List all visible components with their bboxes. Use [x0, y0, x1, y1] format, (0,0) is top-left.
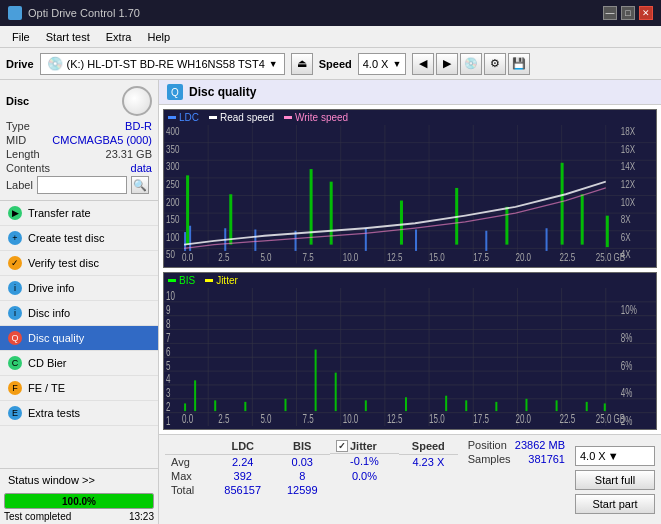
svg-text:250: 250	[166, 179, 179, 190]
svg-text:12.5: 12.5	[387, 412, 403, 425]
sidebar-item-transfer-rate[interactable]: ▶ Transfer rate	[0, 201, 158, 226]
sidebar-item-fe-te[interactable]: F FE / TE	[0, 376, 158, 401]
svg-rect-124	[556, 400, 558, 411]
samples-value: 381761	[528, 453, 565, 465]
disc-quality-header-icon: Q	[167, 84, 183, 100]
svg-text:12X: 12X	[621, 179, 635, 190]
read-speed-dot	[209, 116, 217, 119]
menu-bar: File Start test Extra Help	[0, 26, 661, 48]
legend-ldc: LDC	[168, 112, 199, 123]
svg-text:5: 5	[166, 358, 171, 371]
svg-rect-111	[184, 403, 186, 411]
menu-start-test[interactable]: Start test	[38, 29, 98, 45]
svg-text:17.5: 17.5	[473, 252, 489, 263]
disc-label-button[interactable]: 🔍	[131, 176, 149, 194]
svg-text:10%: 10%	[621, 303, 637, 316]
svg-rect-64	[606, 216, 609, 247]
svg-text:8%: 8%	[621, 331, 633, 344]
col-jitter-header: ✓ Jitter	[330, 439, 399, 454]
svg-text:25.0 GB: 25.0 GB	[596, 412, 625, 425]
close-button[interactable]: ✕	[639, 6, 653, 20]
svg-rect-123	[525, 398, 527, 410]
test-speed-selector[interactable]: 4.0 X ▼	[575, 446, 655, 466]
svg-rect-61	[505, 207, 508, 245]
disc-contents-label: Contents	[6, 162, 50, 174]
cd-bier-label: CD Bier	[28, 357, 67, 369]
svg-rect-117	[335, 372, 337, 410]
minimize-button[interactable]: —	[603, 6, 617, 20]
progress-fill: 100.0%	[5, 494, 153, 508]
sidebar-item-cd-bier[interactable]: C CD Bier	[0, 351, 158, 376]
sidebar-item-create-test-disc[interactable]: + Create test disc	[0, 226, 158, 251]
status-window-button[interactable]: Status window >>	[0, 469, 158, 491]
disc-label-input[interactable]	[37, 176, 127, 194]
svg-text:5.0: 5.0	[260, 412, 271, 425]
svg-rect-118	[365, 400, 367, 411]
sidebar-item-verify-test-disc[interactable]: ✓ Verify test disc	[0, 251, 158, 276]
stats-row-avg: Avg 2.24 0.03 -0.1% 4.23 X	[165, 454, 458, 469]
disc-quality-title: Disc quality	[189, 85, 256, 99]
disc-length-label: Length	[6, 148, 40, 160]
transfer-rate-label: Transfer rate	[28, 207, 91, 219]
disc-visual	[122, 86, 152, 116]
extra-tests-label: Extra tests	[28, 407, 80, 419]
svg-text:15.0: 15.0	[429, 412, 445, 425]
disc-panel: Disc Type BD-R MID CMCMAGBA5 (000) Lengt…	[0, 80, 158, 201]
stats-table-container: LDC BIS ✓ Jitter Speed Avg 2.24	[165, 439, 458, 520]
jitter-checkbox[interactable]: ✓	[336, 440, 348, 452]
verify-test-disc-label: Verify test disc	[28, 257, 99, 269]
svg-text:6%: 6%	[621, 358, 633, 371]
disc-type-label: Type	[6, 120, 30, 132]
svg-text:20.0: 20.0	[515, 252, 531, 263]
svg-rect-121	[465, 400, 467, 411]
stats-table: LDC BIS ✓ Jitter Speed Avg 2.24	[165, 439, 458, 497]
jitter-dot	[205, 279, 213, 282]
sidebar-item-drive-info[interactable]: i Drive info	[0, 276, 158, 301]
ldc-chart: LDC Read speed Write speed	[163, 109, 657, 268]
write-speed-label: Write speed	[295, 112, 348, 123]
svg-rect-122	[495, 401, 497, 410]
fe-te-icon: F	[8, 381, 22, 395]
maximize-button[interactable]: □	[621, 6, 635, 20]
svg-text:150: 150	[166, 214, 179, 225]
speed-buttons: ◀ ▶ 💿 ⚙ 💾	[412, 53, 530, 75]
svg-text:4%: 4%	[621, 386, 633, 399]
title-bar: Opti Drive Control 1.70 — □ ✕	[0, 0, 661, 26]
disc-label-label: Label	[6, 179, 33, 191]
svg-text:0.0: 0.0	[182, 252, 193, 263]
drive-selector[interactable]: 💿 (K:) HL-DT-ST BD-RE WH16NS58 TST4 ▼	[40, 53, 285, 75]
menu-file[interactable]: File	[4, 29, 38, 45]
svg-text:10.0: 10.0	[343, 252, 359, 263]
speed-next-button[interactable]: ▶	[436, 53, 458, 75]
speed-selector[interactable]: 4.0 X ▼	[358, 53, 407, 75]
stats-row-max: Max 392 8 0.0%	[165, 469, 458, 483]
settings-button[interactable]: ⚙	[484, 53, 506, 75]
eject-button[interactable]: ⏏	[291, 53, 313, 75]
bis-chart-body: 10 9 8 7 6 5 4 3 2 1 10% 8% 6%	[164, 288, 656, 427]
samples-row: Samples 381761	[468, 453, 565, 465]
jitter-label: Jitter	[216, 275, 238, 286]
menu-help[interactable]: Help	[139, 29, 178, 45]
disc-button[interactable]: 💿	[460, 53, 482, 75]
sidebar-item-disc-info[interactable]: i Disc info	[0, 301, 158, 326]
col-speed-header: Speed	[399, 439, 458, 454]
status-bar-sidebar: Status window >> 100.0% Test completed 1…	[0, 468, 158, 524]
menu-extra[interactable]: Extra	[98, 29, 140, 45]
sidebar-item-extra-tests[interactable]: E Extra tests	[0, 401, 158, 426]
start-part-button[interactable]: Start part	[575, 494, 655, 514]
svg-text:100: 100	[166, 232, 179, 243]
sidebar: Disc Type BD-R MID CMCMAGBA5 (000) Lengt…	[0, 80, 159, 524]
svg-text:3: 3	[166, 386, 171, 399]
total-ldc: 856157	[211, 483, 275, 497]
status-window-label: Status window >>	[8, 474, 95, 486]
max-bis: 8	[274, 469, 330, 483]
save-button[interactable]: 💾	[508, 53, 530, 75]
ldc-label: LDC	[179, 112, 199, 123]
svg-rect-126	[604, 403, 606, 411]
speed-prev-button[interactable]: ◀	[412, 53, 434, 75]
disc-quality-header: Q Disc quality	[159, 80, 661, 105]
position-row: Position 23862 MB	[468, 439, 565, 451]
ldc-chart-svg: 400 350 300 250 200 150 100 50 18X 16X 1…	[164, 125, 656, 264]
sidebar-item-disc-quality[interactable]: Q Disc quality	[0, 326, 158, 351]
start-full-button[interactable]: Start full	[575, 470, 655, 490]
